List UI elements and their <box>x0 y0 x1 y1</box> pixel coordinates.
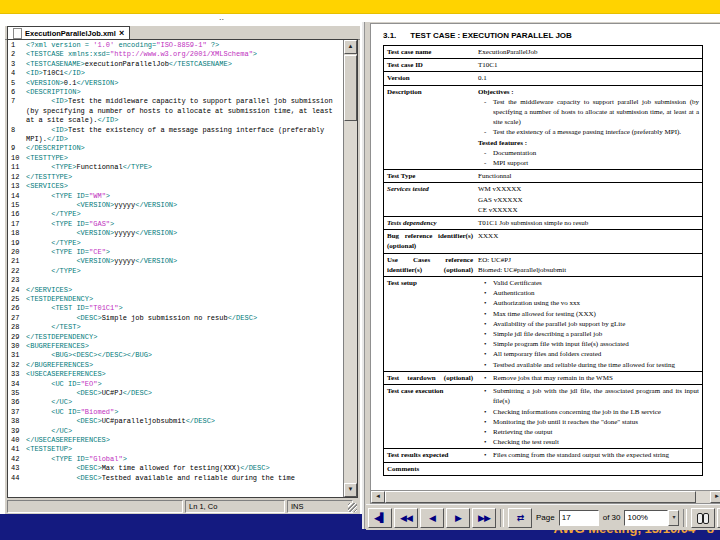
code-token: encoding= <box>114 41 156 49</box>
next-page-button[interactable]: ▶ <box>446 508 470 528</box>
bullet-icon: • <box>484 309 493 319</box>
code-token: </UC> <box>51 398 72 406</box>
slide-title-dots: .. <box>219 14 224 20</box>
bullet-icon: • <box>484 319 493 329</box>
line-number: 43 <box>11 464 26 473</box>
code-token: </VERSION> <box>76 79 118 87</box>
zoom-dropdown-icon[interactable]: ▾ <box>668 510 679 526</box>
code-text: <TYPE ID="Global"> <box>26 455 343 464</box>
list-item-text: Monitoring the job until it reaches the … <box>493 417 699 427</box>
code-token <box>26 427 51 435</box>
row-value: T10C1 <box>476 59 702 71</box>
code-line: 7 <ID>Test the middleware capacity to su… <box>11 97 343 125</box>
list-item-text: Checking the test result <box>493 437 699 447</box>
page-number-input[interactable] <box>559 510 599 526</box>
viewer-horizontal-scrollbar[interactable]: ◄ ► <box>370 490 720 504</box>
code-token: <TEST ID= <box>51 304 89 312</box>
bullet-icon: • <box>484 407 493 417</box>
code-line: 24</SERVICES> <box>11 286 343 295</box>
code-token: </TYPE> <box>51 267 80 275</box>
line-number: 28 <box>11 323 26 332</box>
code-line: 43 <DESC>Max time allowed for testing(XX… <box>11 464 343 473</box>
code-token: </SERVICES> <box>26 286 72 294</box>
bullet-icon: - <box>484 127 493 137</box>
scrollbar-track[interactable] <box>344 122 357 483</box>
row-label: Tests dependency <box>384 217 476 229</box>
code-token: <UC ID= <box>51 380 80 388</box>
first-page-button[interactable]: ◀▌ <box>368 508 392 528</box>
row-label: Test Type <box>384 170 476 182</box>
list-item-text: Retrieving the output <box>493 427 699 437</box>
editor-body[interactable]: 1<?xml version = '1.0' encoding="ISO-885… <box>7 39 358 498</box>
row-value: •Submitting a job with the jdl file, the… <box>476 385 702 448</box>
row-value: Functionnal <box>476 170 702 182</box>
code-token: > <box>97 380 101 388</box>
code-token <box>26 220 51 228</box>
line-number: 23 <box>11 276 26 285</box>
editor-vertical-scrollbar[interactable]: ▲ ▼ <box>343 40 357 497</box>
code-token: "Biomed" <box>81 408 115 416</box>
code-text: </TYPE> <box>26 239 343 248</box>
code-token: <TYPE ID= <box>51 455 89 463</box>
rewind-button[interactable]: ◀◀ <box>394 508 418 528</box>
line-number: 12 <box>11 173 26 182</box>
bullet-icon: • <box>484 339 493 349</box>
code-token: "WM" <box>89 192 106 200</box>
code-text: <ID>T10C1</ID> <box>26 69 343 78</box>
list-item: •Retrieving the output <box>478 427 699 437</box>
scroll-left-icon[interactable]: ◄ <box>371 491 385 503</box>
xml-editor-window: ExecutionParallelJob.xml × 1<?xml versio… <box>5 26 360 514</box>
value-text: 0.1 <box>478 73 699 83</box>
scroll-up-icon[interactable]: ▲ <box>344 40 357 54</box>
bullet-icon: - <box>484 148 493 158</box>
row-value: ExecutionParallelJob <box>476 46 702 58</box>
code-line: 23 <box>11 276 343 285</box>
code-token: <DESCRIPTION> <box>26 88 81 96</box>
line-number: 11 <box>11 163 26 172</box>
code-token: </UC> <box>51 427 72 435</box>
scrollbar-thumb[interactable] <box>344 55 357 121</box>
scroll-down-icon[interactable]: ▼ <box>344 483 357 497</box>
code-token: <DESC> <box>76 464 101 472</box>
line-number: 10 <box>11 154 26 163</box>
list-item: •Authorization using the vo xxx <box>478 298 699 308</box>
viewer-toolbar: ◀▌◀◀◀▶▶▶ ⇄ Page of 30 ▾ <box>366 504 720 530</box>
editor-tab[interactable]: ExecutionParallelJob.xml × <box>7 26 130 39</box>
hscrollbar-thumb[interactable] <box>385 491 696 503</box>
find-button[interactable] <box>691 508 715 528</box>
close-icon[interactable]: × <box>119 29 124 38</box>
code-text: <TESTTYPE> <box>26 154 343 163</box>
list-item-text: Test the existency of a message passing … <box>493 127 699 137</box>
previous-page-button[interactable]: ◀ <box>420 508 444 528</box>
row-value: T01C1 Job submission simple no resub <box>476 217 702 229</box>
fit-width-icon[interactable]: ⇄ <box>508 508 532 528</box>
row-value: 0.1 <box>476 72 702 84</box>
line-number: 24 <box>11 286 26 295</box>
code-token: UC#paralleljobsubmit <box>102 417 186 425</box>
code-line: 14 <TYPE ID="WM"> <box>11 192 343 201</box>
table-row: Test setup•Valid Certificates•Authentica… <box>384 277 702 372</box>
code-token: <DESC> <box>76 417 101 425</box>
row-label: Test case ID <box>384 59 476 71</box>
scroll-right-icon[interactable]: ► <box>710 491 720 503</box>
zoom-level-input[interactable] <box>624 510 668 526</box>
code-text: </SERVICES> <box>26 286 343 295</box>
code-line: 12</TESTTYPE> <box>11 173 343 182</box>
code-token: <TYPE> <box>51 163 76 171</box>
fast-forward-button[interactable]: ▶▶ <box>472 508 496 528</box>
page-label: Page <box>536 513 555 522</box>
code-lines[interactable]: 1<?xml version = '1.0' encoding="ISO-885… <box>8 40 343 497</box>
row-value <box>476 463 702 475</box>
code-token <box>26 408 51 416</box>
code-token <box>26 464 76 472</box>
list-item: •Valid Certificates <box>478 278 699 288</box>
resize-grip[interactable] <box>355 500 358 513</box>
line-number: 3 <box>11 60 26 69</box>
list-item-text: Documentation <box>493 148 699 158</box>
row-value: EO: UC#PJBiomed: UC#paralleljobsubmit <box>476 254 702 276</box>
row-label: Services tested <box>384 183 476 216</box>
code-token: "http://www.w3.org/2001/XMLSchema" <box>110 50 253 58</box>
row-label: Use Cases reference identifier(s) (optio… <box>384 254 476 276</box>
line-number: 17 <box>11 220 26 229</box>
list-item: •Simple program file with input file(s) … <box>478 339 699 349</box>
